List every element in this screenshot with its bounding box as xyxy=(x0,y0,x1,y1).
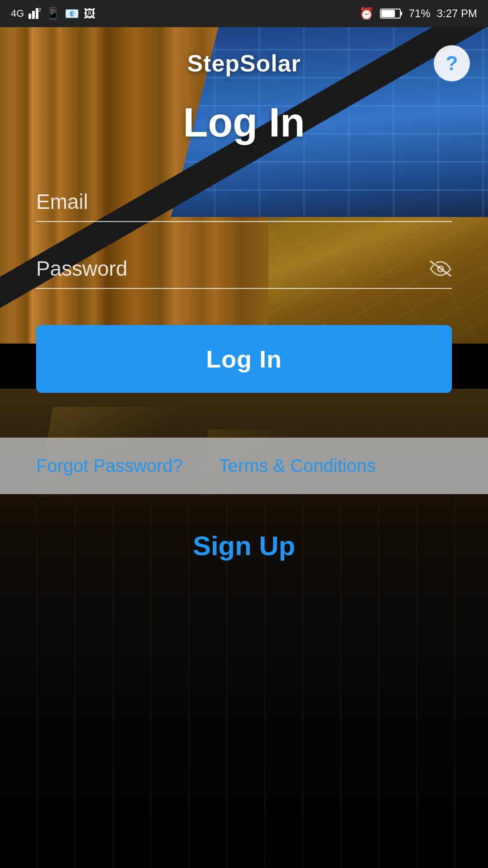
bottom-links: Forgot Password? Terms & Conditions xyxy=(0,438,488,494)
signup-button[interactable]: Sign Up xyxy=(193,530,296,561)
password-group xyxy=(36,249,452,289)
help-button[interactable]: ? xyxy=(434,45,470,81)
login-section: Log In Log In xyxy=(0,99,488,438)
status-bar: 4G 2 📱 📧 🖼 ⏰ 71% 3:27 PM xyxy=(0,0,488,27)
eye-off-icon[interactable] xyxy=(429,259,452,282)
battery-icon xyxy=(380,8,403,19)
svg-rect-0 xyxy=(28,14,31,19)
app-header: StepSolar ? xyxy=(0,27,488,99)
status-left: 4G 2 📱 📧 🖼 xyxy=(11,5,95,22)
login-button[interactable]: Log In xyxy=(36,325,452,393)
forgot-password-button[interactable]: Forgot Password? xyxy=(36,456,183,476)
whatsapp-icon: 📱 xyxy=(46,7,60,21)
svg-text:2: 2 xyxy=(38,7,41,13)
password-field[interactable] xyxy=(36,249,452,289)
time-display: 3:27 PM xyxy=(437,7,477,20)
alarm-icon: ⏰ xyxy=(359,7,374,21)
terms-conditions-button[interactable]: Terms & Conditions xyxy=(219,456,376,476)
status-right: ⏰ 71% 3:27 PM xyxy=(359,7,477,21)
svg-rect-6 xyxy=(400,12,402,15)
login-title: Log In xyxy=(36,99,452,146)
gallery-icon: 🖼 xyxy=(84,7,95,21)
carrier-label: 4G xyxy=(11,8,24,19)
app-title: StepSolar xyxy=(187,50,301,77)
email-field[interactable] xyxy=(36,182,452,222)
battery-percent: 71% xyxy=(409,7,431,20)
email-group xyxy=(36,182,452,222)
signal-icon: 2 xyxy=(28,5,41,22)
signup-section: Sign Up xyxy=(0,494,488,868)
svg-rect-1 xyxy=(32,11,35,19)
outlook-icon: 📧 xyxy=(65,7,79,21)
main-content: StepSolar ? Log In Log In xyxy=(0,27,488,868)
help-icon: ? xyxy=(446,52,458,75)
svg-rect-5 xyxy=(381,10,395,17)
